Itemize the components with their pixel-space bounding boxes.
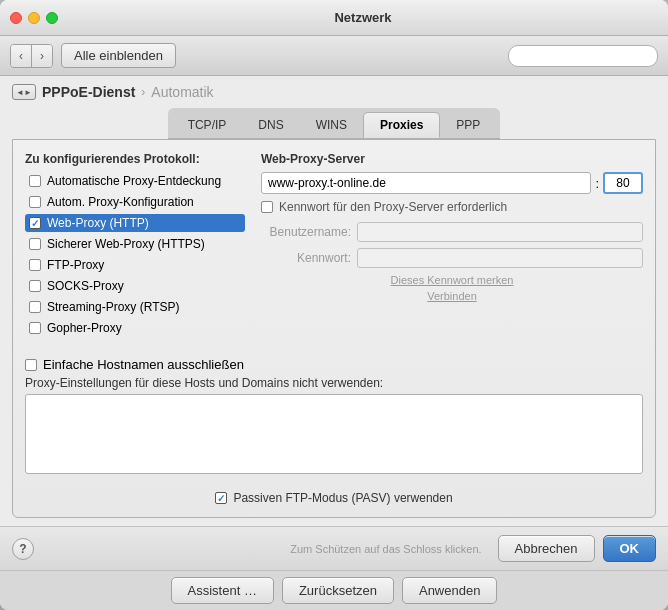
titlebar: Netzwerk bbox=[0, 0, 668, 36]
checkbox-secure-web-proxy[interactable] bbox=[29, 238, 41, 250]
service-name: PPPoE-Dienst bbox=[42, 84, 135, 100]
protocol-label-web-proxy-http: Web-Proxy (HTTP) bbox=[47, 216, 149, 230]
tab-proxies[interactable]: Proxies bbox=[363, 112, 440, 138]
checkbox-ftp-proxy[interactable] bbox=[29, 259, 41, 271]
tabs-container: TCP/IP DNS WINS Proxies PPP bbox=[12, 108, 656, 139]
tab-ppp[interactable]: PPP bbox=[440, 112, 496, 138]
right-panel: Web-Proxy-Server : Kennwort für den Prox… bbox=[261, 152, 643, 343]
protocol-label-gopher-proxy: Gopher-Proxy bbox=[47, 321, 122, 335]
tab-tcpip[interactable]: TCP/IP bbox=[172, 112, 243, 138]
help-button[interactable]: ? bbox=[12, 538, 34, 560]
pasv-row: Passiven FTP-Modus (PASV) verwenden bbox=[25, 491, 643, 505]
checkbox-streaming-proxy[interactable] bbox=[29, 301, 41, 313]
cancel-button[interactable]: Abbrechen bbox=[498, 535, 595, 562]
password-label: Kennwort: bbox=[261, 251, 351, 265]
protocol-list: Automatische Proxy-Entdeckung Autom. Pro… bbox=[25, 172, 245, 337]
maximize-button[interactable] bbox=[46, 12, 58, 24]
apply-button[interactable]: Anwenden bbox=[402, 577, 497, 604]
main-panel: Zu konfigurierendes Protokoll: Automatis… bbox=[12, 139, 656, 518]
checkbox-web-proxy-http[interactable] bbox=[29, 217, 41, 229]
breadcrumb: PPPoE-Dienst › Automatik bbox=[12, 84, 656, 100]
checkbox-pasv[interactable] bbox=[215, 492, 227, 504]
tab-wins[interactable]: WINS bbox=[300, 112, 363, 138]
toolbar: ‹ › Alle einblenden bbox=[0, 36, 668, 76]
checkbox-gopher-proxy[interactable] bbox=[29, 322, 41, 334]
password-row: Kennwort: bbox=[261, 248, 643, 268]
protocol-item-ftp-proxy[interactable]: FTP-Proxy bbox=[25, 256, 245, 274]
content-area: PPPoE-Dienst › Automatik TCP/IP DNS WINS… bbox=[0, 76, 668, 526]
password-input[interactable] bbox=[357, 248, 643, 268]
exclude-domains-label: Proxy-Einstellungen für diese Hosts und … bbox=[25, 376, 643, 390]
bottom-buttons-area: ? Zum Schützen auf das Schloss klicken. … bbox=[0, 526, 668, 570]
username-input[interactable] bbox=[357, 222, 643, 242]
protocol-label-socks-proxy: SOCKS-Proxy bbox=[47, 279, 124, 293]
simple-hosts-label: Einfache Hostnamen ausschließen bbox=[43, 357, 244, 372]
protocol-label-auto-discovery: Automatische Proxy-Entdeckung bbox=[47, 174, 221, 188]
checkbox-simple-hosts[interactable] bbox=[25, 359, 37, 371]
traffic-lights bbox=[10, 12, 58, 24]
protocol-label-auto-config: Autom. Proxy-Konfiguration bbox=[47, 195, 194, 209]
assistant-button[interactable]: Assistent … bbox=[171, 577, 274, 604]
proxy-host-row: : bbox=[261, 172, 643, 194]
exclude-section: Einfache Hostnamen ausschließen Proxy-Ei… bbox=[25, 357, 643, 477]
lock-note: Zum Schützen auf das Schloss klicken. bbox=[290, 543, 481, 555]
checkbox-auto-discovery[interactable] bbox=[29, 175, 41, 187]
verbinden-text[interactable]: Verbinden bbox=[427, 290, 477, 302]
port-separator: : bbox=[595, 176, 599, 191]
protocol-item-auto-discovery[interactable]: Automatische Proxy-Entdeckung bbox=[25, 172, 245, 190]
checkbox-password-required[interactable] bbox=[261, 201, 273, 213]
proxy-server-heading: Web-Proxy-Server bbox=[261, 152, 643, 166]
minimize-button[interactable] bbox=[28, 12, 40, 24]
reset-button[interactable]: Zurücksetzen bbox=[282, 577, 394, 604]
nav-forward-button[interactable]: › bbox=[32, 45, 52, 67]
protocol-item-auto-config[interactable]: Autom. Proxy-Konfiguration bbox=[25, 193, 245, 211]
protocol-label-secure-web-proxy: Sicherer Web-Proxy (HTTPS) bbox=[47, 237, 205, 251]
main-window: Netzwerk ‹ › Alle einblenden PPPoE-Diens… bbox=[0, 0, 668, 610]
password-required-label: Kennwort für den Proxy-Server erforderli… bbox=[279, 200, 507, 214]
two-col-layout: Zu konfigurierendes Protokoll: Automatis… bbox=[25, 152, 643, 343]
window-title: Netzwerk bbox=[68, 10, 658, 25]
password-required-row: Kennwort für den Proxy-Server erforderli… bbox=[261, 200, 643, 214]
protocol-item-gopher-proxy[interactable]: Gopher-Proxy bbox=[25, 319, 245, 337]
protocol-label-streaming-proxy: Streaming-Proxy (RTSP) bbox=[47, 300, 179, 314]
remember-password-text[interactable]: Dieses Kennwort merken bbox=[391, 274, 514, 286]
exclude-domains-textarea[interactable] bbox=[25, 394, 643, 474]
show-all-button[interactable]: Alle einblenden bbox=[61, 43, 176, 68]
protocol-label-ftp-proxy: FTP-Proxy bbox=[47, 258, 104, 272]
breadcrumb-separator: › bbox=[141, 85, 145, 99]
checkbox-auto-config[interactable] bbox=[29, 196, 41, 208]
verbinden-link: Verbinden bbox=[261, 290, 643, 302]
protocol-item-streaming-proxy[interactable]: Streaming-Proxy (RTSP) bbox=[25, 298, 245, 316]
footer-bar: Assistent … Zurücksetzen Anwenden bbox=[0, 570, 668, 610]
protocol-item-web-proxy-http[interactable]: Web-Proxy (HTTP) bbox=[25, 214, 245, 232]
username-label: Benutzername: bbox=[261, 225, 351, 239]
protocol-item-socks-proxy[interactable]: SOCKS-Proxy bbox=[25, 277, 245, 295]
checkbox-socks-proxy[interactable] bbox=[29, 280, 41, 292]
breadcrumb-sub: Automatik bbox=[151, 84, 213, 100]
tab-dns[interactable]: DNS bbox=[242, 112, 299, 138]
ok-button[interactable]: OK bbox=[603, 535, 657, 562]
left-panel: Zu konfigurierendes Protokoll: Automatis… bbox=[25, 152, 245, 343]
pasv-label: Passiven FTP-Modus (PASV) verwenden bbox=[233, 491, 452, 505]
nav-buttons: ‹ › bbox=[10, 44, 53, 68]
network-icon bbox=[12, 84, 36, 100]
proxy-port-input[interactable] bbox=[603, 172, 643, 194]
search-input[interactable] bbox=[508, 45, 658, 67]
close-button[interactable] bbox=[10, 12, 22, 24]
protocol-item-secure-web-proxy[interactable]: Sicherer Web-Proxy (HTTPS) bbox=[25, 235, 245, 253]
username-row: Benutzername: bbox=[261, 222, 643, 242]
remember-password-link: Dieses Kennwort merken bbox=[261, 274, 643, 286]
proxy-host-input[interactable] bbox=[261, 172, 591, 194]
protocol-section-label: Zu konfigurierendes Protokoll: bbox=[25, 152, 245, 166]
nav-back-button[interactable]: ‹ bbox=[11, 45, 32, 67]
tabs: TCP/IP DNS WINS Proxies PPP bbox=[168, 108, 501, 139]
simple-hosts-row: Einfache Hostnamen ausschließen bbox=[25, 357, 643, 372]
